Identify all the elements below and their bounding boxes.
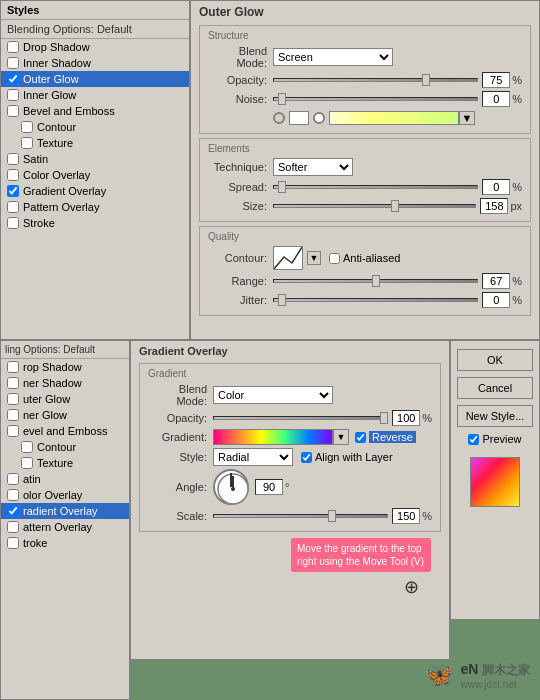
sidebar-item-inner-glow[interactable]: Inner Glow xyxy=(1,87,189,103)
contour-checkbox[interactable] xyxy=(21,121,33,133)
pattern-overlay-checkbox[interactable] xyxy=(7,201,19,213)
new-style-button[interactable]: New Style... xyxy=(457,405,533,427)
drop-shadow-checkbox[interactable] xyxy=(7,41,19,53)
contour-dropdown[interactable]: ▼ xyxy=(307,251,321,265)
sb-texture-cb[interactable] xyxy=(21,457,33,469)
jitter-value[interactable]: 0 xyxy=(482,292,510,308)
glow-gradient[interactable] xyxy=(329,111,459,125)
sb-gradient-overlay-cb[interactable] xyxy=(7,505,19,517)
blending-options-top[interactable]: Blending Options: Default xyxy=(1,20,189,39)
radio-noise[interactable] xyxy=(273,112,285,124)
bevel-emboss-checkbox[interactable] xyxy=(7,105,19,117)
radio-gradient[interactable] xyxy=(313,112,325,124)
gradient-label: Gradient xyxy=(148,368,432,379)
scale-thumb[interactable] xyxy=(328,510,336,522)
range-thumb[interactable] xyxy=(372,275,380,287)
sb-satin-cb[interactable] xyxy=(7,473,19,485)
sidebar-item-outer-glow[interactable]: Outer Glow xyxy=(1,71,189,87)
sidebar-item-stroke[interactable]: Stroke xyxy=(1,215,189,231)
sb-drop-shadow-cb[interactable] xyxy=(7,361,19,373)
sidebar-item-drop-shadow[interactable]: Drop Shadow xyxy=(1,39,189,55)
quality-section: Quality Contour: ▼ Anti-aliased Range: 6… xyxy=(199,226,531,316)
blend-mode-select[interactable]: Screen Normal Multiply xyxy=(273,48,393,66)
ok-button[interactable]: OK xyxy=(457,349,533,371)
sb-pattern-cb[interactable] xyxy=(7,521,19,533)
inner-shadow-checkbox[interactable] xyxy=(7,57,19,69)
gradient-overlay-checkbox[interactable] xyxy=(7,185,19,197)
size-row: Size: 158 px xyxy=(208,198,522,214)
reverse-checkbox[interactable] xyxy=(355,432,366,443)
gradient-bar-dropdown[interactable]: ▼ xyxy=(333,429,349,445)
sidebar-item-inner-shadow[interactable]: Inner Shadow xyxy=(1,55,189,71)
blending-options-bottom[interactable]: ling Options: Default xyxy=(1,341,129,359)
outer-glow-checkbox[interactable] xyxy=(7,73,19,85)
sb-satin[interactable]: atin xyxy=(1,471,129,487)
opacity-value[interactable]: 75 xyxy=(482,72,510,88)
sidebar-item-contour[interactable]: Contour xyxy=(1,119,189,135)
gradient-blend-mode-select[interactable]: Color Normal Screen Multiply xyxy=(213,386,333,404)
sb-contour[interactable]: Contour xyxy=(1,439,129,455)
sidebar-item-bevel-emboss[interactable]: Bevel and Emboss xyxy=(1,103,189,119)
sidebar-item-gradient-overlay-top[interactable]: Gradient Overlay xyxy=(1,183,189,199)
opacity-thumb[interactable] xyxy=(422,74,430,86)
sb-contour-cb[interactable] xyxy=(21,441,33,453)
gradient-scale-row: Scale: 150 % xyxy=(148,508,432,524)
angle-value[interactable]: 90 xyxy=(255,479,283,495)
color-overlay-checkbox[interactable] xyxy=(7,169,19,181)
sb-outer-glow[interactable]: uter Glow xyxy=(1,391,129,407)
sb-drop-shadow[interactable]: rop Shadow xyxy=(1,359,129,375)
sidebar-item-pattern-overlay[interactable]: Pattern Overlay xyxy=(1,199,189,215)
spread-value[interactable]: 0 xyxy=(482,179,510,195)
sb-bevel-emboss[interactable]: evel and Emboss xyxy=(1,423,129,439)
jitter-row: Jitter: 0 % xyxy=(208,292,522,308)
range-value[interactable]: 67 xyxy=(482,273,510,289)
preview-checkbox[interactable] xyxy=(468,434,479,445)
sb-stroke-cb[interactable] xyxy=(7,537,19,549)
noise-row: Noise: 0 % xyxy=(208,91,522,107)
technique-row: Technique: Softer Precise xyxy=(208,158,522,176)
watermark-text-block: eN 脚木之家 www.jdst.net xyxy=(460,661,530,690)
sidebar-item-satin[interactable]: Satin xyxy=(1,151,189,167)
sb-gradient-overlay[interactable]: radient Overlay xyxy=(1,503,129,519)
inner-glow-checkbox[interactable] xyxy=(7,89,19,101)
sb-inner-glow-cb[interactable] xyxy=(7,409,19,421)
satin-checkbox[interactable] xyxy=(7,153,19,165)
sb-inner-shadow-cb[interactable] xyxy=(7,377,19,389)
sb-inner-shadow[interactable]: ner Shadow xyxy=(1,375,129,391)
scale-value[interactable]: 150 xyxy=(392,508,420,524)
align-layer-checkbox[interactable] xyxy=(301,452,312,463)
technique-select[interactable]: Softer Precise xyxy=(273,158,353,176)
noise-thumb[interactable] xyxy=(278,93,286,105)
sb-texture[interactable]: Texture xyxy=(1,455,129,471)
anti-alias-checkbox[interactable] xyxy=(329,253,340,264)
jitter-thumb[interactable] xyxy=(278,294,286,306)
sidebar-item-texture[interactable]: Texture xyxy=(1,135,189,151)
sb-bevel-cb[interactable] xyxy=(7,425,19,437)
stroke-checkbox[interactable] xyxy=(7,217,19,229)
noise-value[interactable]: 0 xyxy=(482,91,510,107)
angle-dial[interactable] xyxy=(213,469,249,505)
spread-thumb[interactable] xyxy=(278,181,286,193)
sb-inner-glow[interactable]: ner Glow xyxy=(1,407,129,423)
reverse-row: Reverse xyxy=(355,431,416,443)
g-opacity-thumb[interactable] xyxy=(380,412,388,424)
size-value[interactable]: 158 xyxy=(480,198,508,214)
size-thumb[interactable] xyxy=(391,200,399,212)
sb-outer-glow-cb[interactable] xyxy=(7,393,19,405)
gradient-bar-row: Gradient: ▼ Reverse xyxy=(148,429,432,445)
gradient-style-select[interactable]: Radial Linear Angle Reflected Diamond xyxy=(213,448,293,466)
sb-stroke[interactable]: troke xyxy=(1,535,129,551)
contour-preview[interactable] xyxy=(273,246,303,270)
sb-color-overlay[interactable]: olor Overlay xyxy=(1,487,129,503)
g-opacity-value[interactable]: 100 xyxy=(392,410,420,426)
gradient-bar[interactable] xyxy=(213,429,333,445)
anti-alias-row: Anti-aliased xyxy=(329,252,400,264)
sidebar-top: Styles Blending Options: Default Drop Sh… xyxy=(0,0,190,340)
gradient-dropdown-btn[interactable]: ▼ xyxy=(459,111,475,125)
sb-pattern-overlay[interactable]: attern Overlay xyxy=(1,519,129,535)
white-swatch[interactable] xyxy=(289,111,309,125)
sb-color-overlay-cb[interactable] xyxy=(7,489,19,501)
sidebar-item-color-overlay[interactable]: Color Overlay xyxy=(1,167,189,183)
texture-checkbox[interactable] xyxy=(21,137,33,149)
cancel-button[interactable]: Cancel xyxy=(457,377,533,399)
